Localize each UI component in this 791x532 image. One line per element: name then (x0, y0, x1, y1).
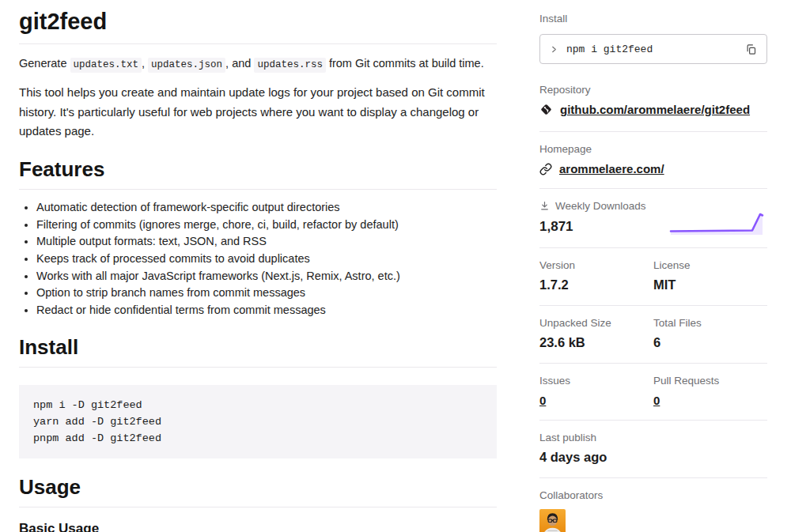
sidebar-collaborators-section: Collaborators (539, 477, 767, 532)
package-page: git2feed Generate updates.txt, updates.j… (0, 0, 791, 532)
package-title: git2feed (19, 9, 497, 44)
install-command-box: npm i git2feed (539, 34, 767, 64)
install-command-text: npm i git2feed (566, 43, 745, 55)
sidebar-issues-prs-section: Issues 0 Pull Requests 0 (539, 363, 767, 420)
code-line: npm i -D git2feed (33, 397, 483, 413)
pull-requests-count-link[interactable]: 0 (653, 394, 660, 407)
sidebar-repository-section: Repository github.com/arommelaere/git2fe… (539, 84, 767, 131)
license-label: License (653, 259, 767, 271)
collaborator-avatar[interactable] (539, 509, 566, 532)
repository-label: Repository (539, 84, 767, 96)
sidebar-homepage-section: Homepage arommelaere.com/ (539, 131, 767, 188)
feature-item: Works with all major JavaScript framewor… (36, 268, 497, 285)
inline-code-updates-json: updates.json (148, 58, 225, 73)
issues-cell: Issues 0 (539, 375, 653, 407)
homepage-link[interactable]: arommelaere.com/ (559, 162, 664, 175)
sidebar-last-publish-section: Last publish 4 days ago (539, 420, 767, 477)
repository-link[interactable]: github.com/arommelaere/git2feed (560, 103, 750, 116)
tagline-text: Generate (19, 57, 70, 70)
install-label: Install (539, 13, 767, 25)
usage-heading: Usage (19, 475, 497, 507)
feature-item: Option to strip branch names from commit… (36, 285, 497, 302)
inline-code-updates-txt: updates.txt (70, 58, 142, 73)
sidebar-install-section: Install npm i git2feed (539, 13, 767, 64)
sidebar-version-license-section: Version 1.7.2 License MIT (539, 247, 767, 305)
feature-item: Filtering of commits (ignores merge, cho… (36, 217, 497, 234)
install-heading: Install (19, 335, 497, 368)
feature-item: Automatic detection of framework-specifi… (36, 199, 497, 217)
features-list: Automatic detection of framework-specifi… (19, 199, 497, 319)
link-icon (539, 163, 552, 175)
code-line: pnpm add -D git2feed (33, 430, 483, 447)
basic-usage-heading: Basic Usage (19, 521, 497, 532)
code-line: yarn add -D git2feed (33, 413, 483, 430)
tagline-separator: , and (225, 57, 254, 70)
feature-item: Multiple output formats: text, JSON, and… (36, 233, 497, 251)
license-value: MIT (653, 277, 767, 292)
last-publish-value: 4 days ago (539, 450, 767, 465)
version-cell: Version 1.7.2 (539, 259, 653, 292)
collaborators-label: Collaborators (539, 489, 767, 501)
total-files-value: 6 (653, 335, 767, 350)
package-sidebar: Install npm i git2feed Repository github… (539, 0, 767, 532)
pull-requests-label: Pull Requests (653, 375, 767, 387)
issues-label: Issues (539, 375, 653, 387)
tagline-separator: , (142, 57, 148, 70)
total-files-label: Total Files (653, 317, 767, 329)
sidebar-size-files-section: Unpacked Size 23.6 kB Total Files 6 (539, 305, 767, 363)
tagline-text: from Git commits at build time. (326, 57, 484, 70)
unpacked-size-label: Unpacked Size (539, 317, 653, 329)
unpacked-size-cell: Unpacked Size 23.6 kB (539, 317, 653, 350)
homepage-label: Homepage (539, 143, 767, 155)
install-code-block: npm i -D git2feedyarn add -D git2feedpnp… (19, 385, 497, 458)
sidebar-downloads-section: Weekly Downloads 1,871 (539, 188, 767, 247)
download-icon (539, 201, 550, 211)
inline-code-updates-rss: updates.rss (254, 58, 326, 73)
weekly-downloads-label: Weekly Downloads (555, 200, 646, 212)
feature-item: Keeps track of processed commits to avoi… (36, 251, 497, 268)
downloads-sparkline (669, 211, 767, 237)
readme-column: git2feed Generate updates.txt, updates.j… (19, 0, 497, 532)
version-value: 1.7.2 (539, 277, 653, 292)
pull-requests-cell: Pull Requests 0 (653, 375, 767, 407)
terminal-prompt-icon (550, 45, 558, 54)
package-tagline: Generate updates.txt, updates.json, and … (19, 55, 497, 73)
features-heading: Features (19, 157, 497, 190)
git-icon (539, 103, 553, 116)
feature-item: Redact or hide confidential terms from c… (36, 302, 497, 319)
issues-count-link[interactable]: 0 (539, 394, 546, 407)
package-description: This tool helps you create and maintain … (19, 83, 497, 141)
copy-icon[interactable] (745, 43, 757, 55)
unpacked-size-value: 23.6 kB (539, 335, 653, 350)
version-label: Version (539, 259, 653, 271)
total-files-cell: Total Files 6 (653, 317, 767, 350)
license-cell: License MIT (653, 259, 767, 292)
last-publish-label: Last publish (539, 432, 767, 443)
